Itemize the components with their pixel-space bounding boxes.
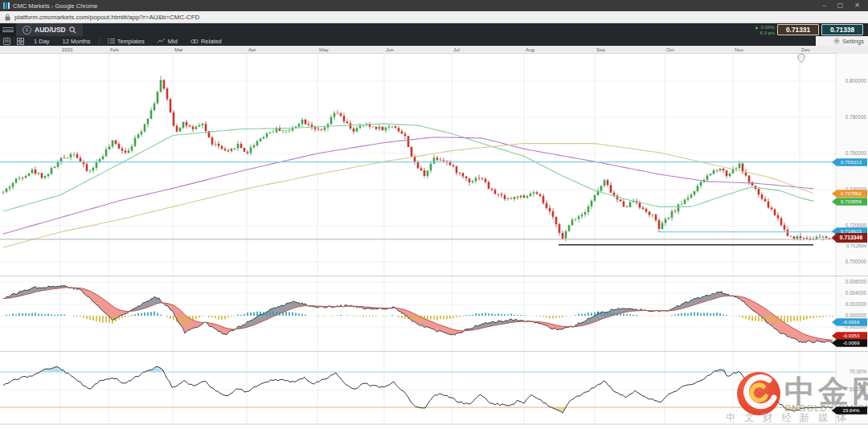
svg-text:Mar: Mar (174, 47, 183, 52)
svg-text:Jul: Jul (453, 47, 460, 52)
cmc-markets-window: CMC Markets - Google Chrome – ▢ ✕ platfo… (0, 0, 868, 429)
change-points: 6.3 pts (755, 30, 775, 35)
svg-text:Aug: Aug (526, 47, 535, 52)
templates-icon (108, 38, 115, 44)
svg-text:Sep: Sep (596, 47, 606, 52)
gear-icon (833, 38, 840, 44)
chart-area: 2021FebMarAprMayJunJulAugSepOctNovDec0.8… (0, 46, 868, 429)
cngold-logo-icon (737, 372, 780, 415)
related-button[interactable]: Related (186, 36, 227, 46)
browser-urlbar[interactable]: platform.cmcmarkets.com/popout.html#/app… (0, 11, 868, 23)
svg-text:-0.0053: -0.0053 (843, 333, 861, 338)
buy-price-button[interactable]: 0.71338 (821, 24, 863, 35)
svg-text:0.737862: 0.737862 (841, 190, 862, 196)
chart-number-badge: 1 (23, 26, 31, 35)
svg-text:Dec: Dec (801, 47, 810, 52)
svg-text:Nov: Nov (735, 47, 744, 52)
related-icon (190, 39, 199, 44)
price-change: ▲ 0.08% 6.3 pts (755, 24, 775, 35)
cngold-watermark: 中金网CNGOLD.COM.CN中文财经新媒体 (726, 372, 868, 423)
chart-background (0, 46, 868, 429)
instrument-label: AUD/USD (35, 26, 66, 34)
search-icon[interactable] (69, 27, 76, 34)
svg-text:Feb: Feb (110, 47, 119, 52)
order-panel-icon[interactable] (2, 36, 12, 46)
window-title: CMC Markets - Google Chrome (13, 2, 97, 10)
svg-text:-0.0069: -0.0069 (843, 340, 861, 345)
period-dropdown[interactable]: 1 Day (29, 36, 55, 46)
cmc-toolbar-secondary: 1 Day 12 Months Templates Mid Related (0, 36, 868, 46)
close-button[interactable]: ✕ (854, 2, 860, 9)
minimize-button[interactable]: – (822, 2, 825, 9)
templates-button[interactable]: Templates (103, 36, 149, 46)
svg-text:2021: 2021 (62, 47, 73, 52)
grid-layout-icon[interactable] (15, 36, 26, 46)
svg-text:0.755313: 0.755313 (841, 159, 862, 165)
svg-text:29.84%: 29.84% (843, 407, 860, 413)
svg-text:-0.0016: -0.0016 (843, 319, 861, 325)
svg-text:0.712500: 0.712500 (846, 243, 867, 248)
browser-titlebar: CMC Markets - Google Chrome – ▢ ✕ (0, 0, 868, 11)
menu-icon[interactable] (0, 23, 16, 36)
svg-text:0.713346: 0.713346 (840, 235, 863, 240)
mid-price-icon (158, 38, 166, 44)
svg-text:0.780000: 0.780000 (845, 114, 867, 120)
maximize-button[interactable]: ▢ (837, 2, 844, 9)
url-text: platform.cmcmarkets.com/popout.html#/app… (14, 14, 199, 21)
lock-icon (5, 14, 10, 21)
price-type-button[interactable]: Mid (153, 36, 182, 46)
chart-canvas[interactable]: 2021FebMarAprMayJunJulAugSepOctNovDec0.8… (0, 46, 868, 429)
change-percent: ▲ 0.08% (755, 24, 775, 30)
svg-text:Oct: Oct (666, 47, 674, 52)
cmc-toolbar-main: 1 AUD/USD ▲ 0.08% 6.3 pts 0.71331 0.7133… (0, 23, 868, 36)
svg-text:0.760000: 0.760000 (845, 150, 867, 156)
svg-text:0.000000: 0.000000 (845, 313, 867, 318)
instrument-tab[interactable]: 1 AUD/USD (16, 23, 83, 36)
svg-text:0.006000: 0.006000 (845, 279, 867, 284)
svg-text:0.004000: 0.004000 (845, 290, 867, 296)
sell-price-button[interactable]: 0.71331 (777, 24, 819, 35)
chart-settings-button[interactable]: Settings (816, 36, 868, 46)
svg-text:0.733556: 0.733556 (841, 198, 862, 204)
range-dropdown[interactable]: 12 Months (58, 36, 96, 46)
cmc-favicon-icon (3, 2, 10, 9)
svg-text:May: May (319, 47, 330, 52)
svg-text:0.720000: 0.720000 (845, 223, 867, 228)
svg-text:0.800000: 0.800000 (845, 78, 867, 84)
svg-text:0.700000: 0.700000 (845, 259, 867, 264)
svg-text:0.002000: 0.002000 (845, 301, 867, 307)
svg-text:Apr: Apr (248, 47, 256, 52)
svg-text:Jun: Jun (386, 47, 395, 52)
